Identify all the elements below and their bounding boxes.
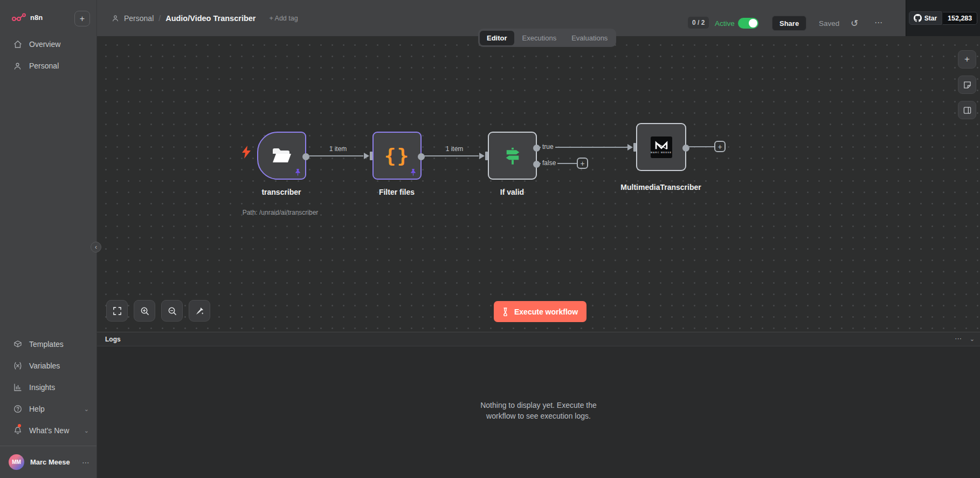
insights-icon	[13, 383, 22, 392]
logs-empty-line1: Nothing to display yet. Execute the	[97, 400, 980, 411]
if-signpost-icon	[503, 147, 522, 165]
logs-collapse-button[interactable]: ⌄	[970, 336, 975, 343]
workflow-canvas[interactable]: transcriber Path: /unraid/ai/transcriber…	[97, 36, 980, 332]
add-tag-button[interactable]: + Add tag	[270, 15, 298, 22]
output-port-true[interactable]	[533, 145, 540, 152]
n8n-logo-icon	[12, 13, 26, 22]
output-port-false[interactable]	[533, 161, 540, 168]
sidebar-item-label: Overview	[29, 40, 60, 49]
sidebar-item-label: Templates	[29, 340, 64, 349]
history-icon[interactable]: ↺	[851, 18, 858, 29]
input-arrow	[364, 153, 369, 159]
connection-wire[interactable]	[308, 155, 363, 156]
breadcrumb: Personal / Audio/Video Transcriber + Add…	[112, 0, 298, 36]
active-toggle[interactable]	[738, 18, 758, 29]
home-icon	[13, 40, 22, 49]
connection-items-label: 1 item	[329, 145, 347, 153]
sidebar-item-insights[interactable]: Insights	[0, 377, 96, 398]
header-more-button[interactable]: ⋯	[874, 18, 883, 28]
fit-view-button[interactable]	[106, 300, 128, 322]
logs-panel-body: Nothing to display yet. Execute the work…	[97, 346, 980, 478]
output-port[interactable]	[418, 153, 425, 160]
sidebar-collapse-button[interactable]: ‹	[91, 242, 101, 252]
canvas-controls	[106, 300, 210, 322]
execute-trigger-bolt-icon	[241, 146, 252, 159]
node-name: transcriber	[261, 188, 301, 196]
issues-badge[interactable]: 0 / 2	[688, 17, 709, 29]
left-sidebar: n8n + Overview Personal Templates Variab…	[0, 0, 97, 478]
n8n-logo[interactable]: n8n	[12, 13, 43, 22]
templates-icon	[13, 340, 22, 349]
logo-row: n8n +	[0, 0, 96, 33]
input-port[interactable]	[370, 152, 372, 160]
node-if-valid[interactable]	[488, 132, 537, 180]
execute-workflow-label: Execute workflow	[514, 308, 578, 316]
node-multimedia-transcriber[interactable]: MARC MEESE	[636, 123, 686, 171]
user-name: Marc Meese	[30, 458, 70, 466]
add-node-endpoint-false[interactable]: +	[577, 158, 588, 169]
connection-wire[interactable]	[423, 155, 479, 156]
node-subtitle: Path: /unraid/ai/transcriber	[243, 209, 319, 216]
branch-label-false: false	[541, 159, 557, 167]
zoom-out-button[interactable]	[161, 300, 183, 322]
sidebar-item-label: What's New	[29, 426, 69, 435]
zoom-in-button[interactable]	[134, 300, 155, 322]
logs-panel-header[interactable]: Logs ⋯ ⌄	[97, 332, 980, 346]
person-icon	[13, 62, 22, 71]
github-star-count[interactable]: 152,283	[943, 12, 977, 25]
sidebar-item-label: Personal	[29, 62, 59, 70]
help-icon	[13, 405, 22, 414]
logs-empty-message: Nothing to display yet. Execute the work…	[97, 346, 980, 421]
chevron-down-icon: ⌄	[84, 406, 89, 413]
connection-wire-out[interactable]	[688, 146, 714, 147]
add-sticky-note-button[interactable]	[958, 76, 976, 94]
share-button[interactable]: Share	[772, 16, 806, 31]
input-port[interactable]	[633, 143, 636, 152]
sidebar-item-overview[interactable]: Overview	[0, 33, 96, 55]
node-transcriber[interactable]	[257, 132, 306, 180]
tidy-up-button[interactable]	[189, 300, 210, 322]
execute-workflow-button[interactable]: Execute workflow	[494, 301, 586, 322]
view-tabs: Editor Executions Evaluations	[478, 29, 616, 47]
sidebar-item-variables[interactable]: Variables	[0, 355, 96, 377]
breadcrumb-project[interactable]: Personal	[124, 14, 154, 23]
tab-evaluations[interactable]: Evaluations	[564, 31, 615, 45]
output-port[interactable]	[682, 145, 689, 152]
pinned-data-icon	[410, 168, 417, 176]
user-row[interactable]: MM Marc Meese ⋯	[0, 446, 96, 478]
add-node-button[interactable]: +	[958, 50, 976, 69]
folder-icon	[272, 148, 292, 164]
github-star-label: Star	[924, 15, 937, 22]
new-workflow-button[interactable]: +	[74, 11, 90, 26]
logs-more-button[interactable]: ⋯	[955, 334, 962, 343]
tab-editor[interactable]: Editor	[480, 31, 514, 45]
logs-title: Logs	[105, 336, 121, 343]
workflow-title[interactable]: Audio/Video Transcriber	[165, 14, 256, 23]
saved-status: Saved	[819, 19, 839, 28]
connection-items-label: 1 item	[446, 145, 464, 153]
sidebar-item-help[interactable]: Help ⌄	[0, 398, 96, 420]
toggle-panel-button[interactable]	[958, 101, 976, 119]
chevron-down-icon: ⌄	[84, 427, 89, 434]
flask-icon	[502, 308, 510, 316]
avatar: MM	[9, 454, 24, 470]
node-name: Filter files	[379, 188, 415, 196]
github-star-button[interactable]: Star	[909, 11, 942, 25]
canvas-right-controls: +	[958, 50, 976, 119]
user-menu-button[interactable]: ⋯	[82, 458, 90, 467]
branch-label-true: true	[541, 143, 555, 151]
node-filter-files[interactable]: {}	[372, 132, 422, 180]
multimedia-transcriber-icon: MARC MEESE	[651, 136, 672, 158]
logs-empty-line2: workflow to see execution logs.	[97, 411, 980, 422]
sidebar-item-personal[interactable]: Personal	[0, 55, 96, 77]
node-name: MultimediaTranscriber	[620, 183, 701, 192]
tab-executions[interactable]: Executions	[515, 31, 564, 45]
sidebar-item-whats-new[interactable]: What's New ⌄	[0, 420, 96, 441]
sidebar-item-templates[interactable]: Templates	[0, 333, 96, 355]
active-label: Active	[715, 19, 735, 28]
pinned-data-icon	[294, 168, 301, 176]
add-node-endpoint[interactable]: +	[714, 141, 726, 152]
input-port[interactable]	[485, 152, 488, 160]
sidebar-item-label: Variables	[29, 361, 60, 370]
output-port[interactable]	[302, 153, 309, 160]
